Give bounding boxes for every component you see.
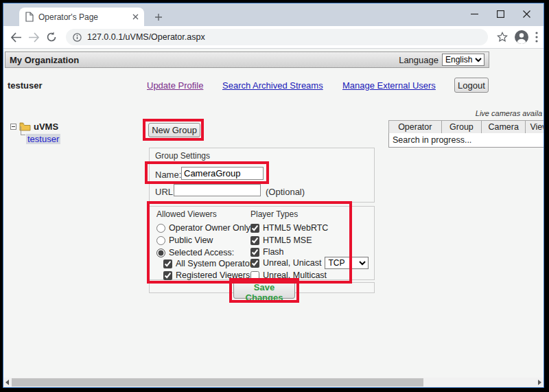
live-cameras-note: Live cameras availa [476,109,542,117]
horizontal-scrollbar[interactable] [3,378,544,387]
public-view-label: Public View [169,235,213,245]
group-settings-panel: Group Settings Name: URL: (Optional) [149,148,375,203]
selected-access-radio[interactable] [156,249,165,257]
save-changes-button[interactable]: Save Changes [233,281,295,299]
url-optional-hint: (Optional) [266,187,305,197]
page-info-icon[interactable] [73,33,82,42]
column-header-view-live[interactable]: View Liv [526,121,544,134]
page-favicon-icon [25,12,34,22]
column-header-group[interactable]: Group [441,121,482,134]
table-header-row: Operator Group Camera View Liv [389,121,544,134]
reload-icon[interactable] [46,32,57,43]
window-controls [461,3,539,24]
group-name-input[interactable] [181,167,264,180]
menu-dots-icon[interactable] [535,32,538,43]
selected-access-label: Selected Access: [169,248,234,257]
search-status-row: Search in progress... [388,133,544,148]
tree-node-uvms[interactable]: uVMS [10,122,58,132]
html5-webrtc-checkbox[interactable] [250,224,259,233]
public-view-radio[interactable] [156,236,165,245]
logout-button[interactable]: Logout [454,78,489,93]
unreal-multicast-checkbox[interactable] [250,271,259,280]
forward-icon[interactable] [28,32,40,43]
maximize-button[interactable] [487,3,513,24]
organization-title: My Organization [10,55,79,65]
all-system-operators-label: All System Operators [176,259,257,268]
name-label: Name: [155,170,181,180]
all-system-operators-checkbox[interactable] [163,260,172,268]
html5-mse-label: HTML5 MSE [263,235,312,245]
profile-avatar-icon[interactable] [514,30,529,45]
group-url-input[interactable] [174,184,261,196]
url-label: URL: [155,187,176,197]
screenshot-frame: Operator's Page [0,0,549,392]
tree-node-testuser[interactable]: testuser [26,134,60,144]
url-text[interactable]: 127.0.0.1/uVMS/Operator.aspx [87,32,205,42]
page-content: My Organization Language English testuse… [3,49,544,387]
operator-owner-only-label: Operator Owner Only [169,223,250,233]
username-label: testuser [8,80,43,91]
tree-root-label[interactable]: uVMS [34,122,58,132]
search-archived-streams-link[interactable]: Search Archived Streams [222,80,323,91]
column-header-operator[interactable]: Operator [389,121,442,134]
scroll-left-arrow-icon[interactable] [5,380,9,385]
language-label: Language [399,55,439,65]
update-profile-link[interactable]: Update Profile [147,80,203,91]
unreal-multicast-label: Unreal, Multicast [263,270,327,280]
browser-tab[interactable]: Operator's Page [19,8,144,26]
flash-label: Flash [263,247,284,257]
bookmark-star-icon[interactable] [497,32,508,43]
new-group-button[interactable]: New Group [148,123,200,137]
player-types-title: Player Types [250,209,298,219]
unreal-unicast-checkbox[interactable] [250,259,259,268]
tab-close-icon[interactable] [132,14,139,20]
scroll-right-arrow-icon[interactable] [538,380,541,385]
live-cameras-table: Operator Group Camera View Liv [388,120,544,134]
unreal-unicast-label: Unreal, Unicast [263,258,321,268]
scrollbar-thumb[interactable] [12,378,423,387]
group-settings-legend: Group Settings [155,151,210,161]
tree-connector-line [21,126,25,135]
minimize-button[interactable] [461,3,487,24]
manage-external-users-link[interactable]: Manage External Users [342,80,436,91]
registered-viewers-label: Registered Viewers [176,270,250,280]
access-settings-panel: Allowed Viewers Operator Owner Only Publ… [149,206,375,280]
transport-select[interactable]: TCP [325,257,369,269]
language-select[interactable]: English [442,54,484,66]
column-header-camera[interactable]: Camera [482,121,526,134]
browser-toolbar: 127.0.0.1/uVMS/Operator.aspx [3,26,544,49]
organization-header-bar: My Organization Language English [5,51,489,68]
html5-mse-checkbox[interactable] [250,236,259,245]
address-bar[interactable]: 127.0.0.1/uVMS/Operator.aspx [66,29,488,45]
flash-checkbox[interactable] [250,248,259,257]
registered-viewers-checkbox[interactable] [163,271,172,280]
tab-strip: Operator's Page [3,3,544,26]
tab-title: Operator's Page [38,12,128,22]
new-tab-button[interactable] [152,10,165,24]
tree-collapse-icon[interactable] [10,124,16,130]
operator-owner-only-radio[interactable] [156,224,165,233]
browser-window: Operator's Page [3,3,544,388]
allowed-viewers-title: Allowed Viewers [156,209,217,219]
back-icon[interactable] [10,32,22,43]
html5-webrtc-label: HTML5 WebRTC [263,223,328,233]
close-button[interactable] [513,3,539,24]
